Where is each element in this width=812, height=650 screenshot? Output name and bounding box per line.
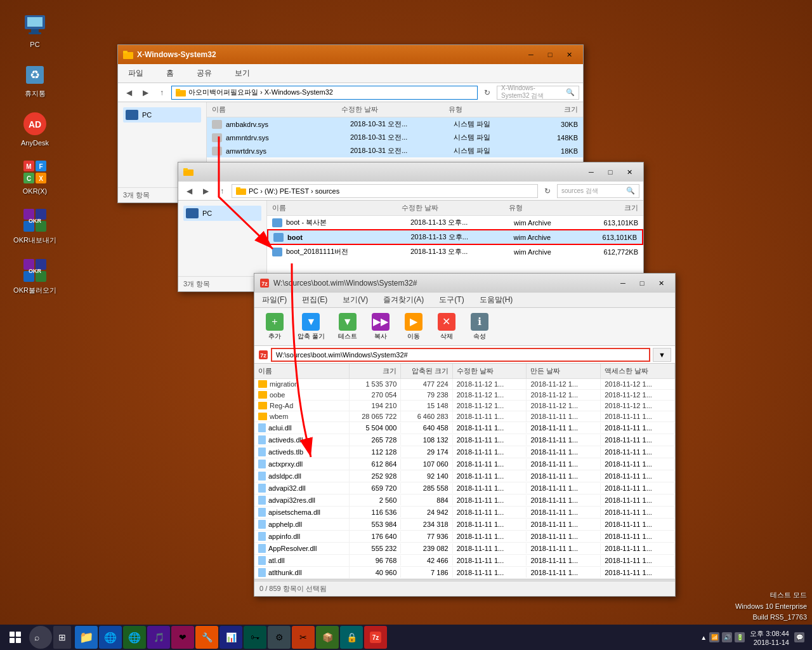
col-name-1[interactable]: 이름 — [212, 105, 341, 114]
taskbar-app-6[interactable]: 📊 — [219, 626, 242, 649]
sz-row-file-9[interactable]: appinfo.dll 176 640 77 936 2018-11-11 1.… — [254, 531, 675, 543]
toolbar-add[interactable]: + 추가 — [259, 310, 290, 343]
taskbar-tasklist-btn[interactable]: ⊞ — [53, 626, 71, 649]
col-date-1[interactable]: 수정한 날짜 — [341, 105, 449, 114]
taskbar-app-9[interactable]: ✂ — [292, 626, 315, 649]
refresh-btn-1[interactable]: ↻ — [480, 86, 494, 100]
col-type-2[interactable]: 유형 — [509, 203, 595, 213]
col-date-2[interactable]: 수정한 날짜 — [402, 203, 509, 213]
taskbar-app-browser1[interactable]: 🌐 — [99, 626, 122, 649]
ribbon-tab-view-1[interactable]: 보기 — [230, 65, 255, 81]
sz-col-name[interactable]: 이름 — [254, 364, 350, 378]
taskbar-app-8[interactable]: ⚙ — [268, 626, 291, 649]
toolbar-extract[interactable]: ▼ 압축 풀기 — [292, 310, 330, 343]
back-btn-2[interactable]: ◀ — [182, 184, 196, 198]
taskbar-app-3[interactable]: 🎵 — [147, 626, 170, 649]
sz-row-file-5[interactable]: advapi32.dll 659 720 285 558 2018-11-11 … — [254, 482, 675, 494]
desktop-icon-pc[interactable]: PC — [13, 13, 57, 48]
sz-row-folder-2[interactable]: Reg-Ad 194 210 15 148 2018-11-12 1... 20… — [254, 401, 675, 411]
taskbar-app-7[interactable]: 🗝 — [244, 626, 266, 649]
col-name-2[interactable]: 이름 — [272, 203, 402, 213]
sz-row-folder-3[interactable]: wbem 28 065 722 6 460 283 2018-11-11 1..… — [254, 411, 675, 422]
tray-up-icon[interactable]: ▲ — [700, 634, 707, 641]
ribbon-tab-share-1[interactable]: 공유 — [192, 65, 217, 81]
minimize-btn-2[interactable]: ─ — [582, 165, 600, 179]
forward-btn-1[interactable]: ▶ — [138, 86, 152, 100]
maximize-btn-sz[interactable]: □ — [633, 276, 651, 290]
sz-col-cdate[interactable]: 만든 날짜 — [527, 364, 601, 378]
taskbar-app-4[interactable]: ❤ — [171, 626, 194, 649]
sz-address-input[interactable] — [271, 348, 650, 362]
desktop-icon-recycle[interactable]: ♻ 휴지통 — [13, 61, 57, 98]
toolbar-delete[interactable]: ✕ 삭제 — [431, 310, 462, 343]
sz-col-mdate[interactable]: 수정한 날짜 — [453, 364, 527, 378]
taskbar-app-10[interactable]: 📦 — [316, 626, 339, 649]
notification-icon[interactable]: 💬 — [794, 632, 804, 642]
desktop-icon-anydesk[interactable]: AD AnyDesk — [13, 111, 57, 147]
sz-col-csize[interactable]: 압축된 크기 — [401, 364, 452, 378]
sz-row-file-8[interactable]: apphelp.dll 553 984 234 318 2018-11-11 1… — [254, 519, 675, 531]
sz-row-file-3[interactable]: actxprxy.dll 612 864 107 060 2018-11-11 … — [254, 458, 675, 470]
sz-row-file-2[interactable]: activeds.tlb 112 128 29 174 2018-11-11 1… — [254, 446, 675, 458]
sz-row-file-1[interactable]: activeds.dll 265 728 108 132 2018-11-11 … — [254, 434, 675, 446]
sz-col-size[interactable]: 크기 — [350, 364, 401, 378]
sz-row-file-10[interactable]: AppResolver.dll 555 232 239 082 2018-11-… — [254, 543, 675, 555]
toolbar-move[interactable]: ▶ 이동 — [398, 310, 429, 343]
maximize-btn-1[interactable]: □ — [541, 48, 559, 62]
close-btn-sz[interactable]: ✕ — [652, 276, 670, 290]
network-icon[interactable]: 📶 — [709, 632, 719, 642]
search-box-1[interactable]: X-Windows-System32 검색 🔍 — [497, 86, 579, 100]
menu-edit[interactable]: 편집(E) — [298, 293, 331, 307]
menu-help[interactable]: 도움말(H) — [476, 293, 517, 307]
sidebar-pc-2[interactable]: PC — [183, 206, 261, 221]
taskbar-search-btn[interactable]: ⌕ — [29, 626, 52, 649]
sz-row-folder-0[interactable]: migration 1 535 370 477 224 2018-11-12 1… — [254, 379, 675, 390]
file-row-2-2[interactable]: boot_20181111버전 2018-11-13 오후... wim Arc… — [267, 245, 643, 258]
toolbar-copy[interactable]: ▶▶ 복사 — [365, 310, 396, 343]
sz-row-file-12[interactable]: atlthunk.dll 40 960 7 186 2018-11-11 1..… — [254, 567, 675, 579]
sz-row-folder-1[interactable]: oobe 270 054 79 238 2018-11-12 1... 2018… — [254, 390, 675, 401]
sz-row-file-7[interactable]: apisetschema.dll 116 536 24 942 2018-11-… — [254, 507, 675, 519]
desktop-icon-okr-load[interactable]: OKR OKR불러오기 — [13, 258, 57, 295]
sz-addr-go[interactable]: ▼ — [653, 348, 671, 362]
file-row-2-0[interactable]: boot - 복사본 2018-11-13 오후... wim Archive … — [267, 216, 643, 229]
minimize-btn-sz[interactable]: ─ — [614, 276, 632, 290]
menu-favorites[interactable]: 즐겨찾기(A) — [379, 293, 428, 307]
sz-row-file-0[interactable]: aclui.dll 5 504 000 640 458 2018-11-11 1… — [254, 422, 675, 434]
address-path-1[interactable]: 아오미백어퍼필요파일 › X-Windows-System32 — [171, 86, 478, 100]
start-button[interactable] — [3, 625, 28, 650]
file-row-2-1[interactable]: boot 2018-11-13 오후... wim Archive 613,10… — [267, 229, 643, 245]
desktop-icon-okr-send[interactable]: OKR OKR내보내기 — [13, 208, 57, 245]
toolbar-info[interactable]: ℹ 속성 — [464, 310, 495, 343]
taskbar-app-sevenzip[interactable]: 7z — [364, 626, 387, 649]
ribbon-tab-home-1[interactable]: 홈 — [161, 65, 179, 81]
sz-row-file-6[interactable]: advapi32res.dll 2 560 884 2018-11-11 1..… — [254, 494, 675, 507]
sz-row-file-4[interactable]: adsldpc.dll 252 928 92 140 2018-11-11 1.… — [254, 470, 675, 482]
up-btn-2[interactable]: ↑ — [215, 184, 229, 198]
close-btn-1[interactable]: ✕ — [560, 48, 578, 62]
sz-col-adate[interactable]: 액세스한 날짜 — [601, 364, 675, 378]
toolbar-test[interactable]: ▼ 테스트 — [332, 310, 363, 343]
address-path-2[interactable]: PC › (W:) PE-TEST › sources — [232, 184, 538, 198]
menu-tools[interactable]: 도구(T) — [435, 293, 468, 307]
up-btn-1[interactable]: ↑ — [155, 86, 169, 100]
taskbar-app-5[interactable]: 🔧 — [195, 626, 218, 649]
taskbar-app-explorer[interactable]: 📁 — [75, 626, 98, 649]
col-type-1[interactable]: 유형 — [449, 105, 535, 114]
sidebar-pc-1[interactable]: PC — [123, 107, 201, 123]
close-btn-2[interactable]: ✕ — [620, 165, 638, 179]
col-size-2[interactable]: 크기 — [595, 203, 638, 213]
volume-icon[interactable]: 🔊 — [722, 632, 732, 642]
minimize-btn-1[interactable]: ─ — [522, 48, 540, 62]
desktop-icon-okrx[interactable]: M F C X OKR(X) — [13, 159, 57, 195]
search-box-2[interactable]: sources 검색 🔍 — [557, 184, 639, 198]
refresh-btn-2[interactable]: ↻ — [540, 184, 554, 198]
sz-row-file-11[interactable]: atl.dll 96 768 42 466 2018-11-11 1... 20… — [254, 555, 675, 567]
ribbon-tab-file-1[interactable]: 파일 — [123, 65, 148, 81]
battery-icon[interactable]: 🔋 — [735, 632, 745, 642]
maximize-btn-2[interactable]: □ — [601, 165, 619, 179]
menu-file[interactable]: 파일(F) — [258, 293, 291, 307]
col-size-1[interactable]: 크기 — [535, 105, 578, 114]
menu-view[interactable]: 보기(V) — [339, 293, 372, 307]
back-btn-1[interactable]: ◀ — [122, 86, 136, 100]
